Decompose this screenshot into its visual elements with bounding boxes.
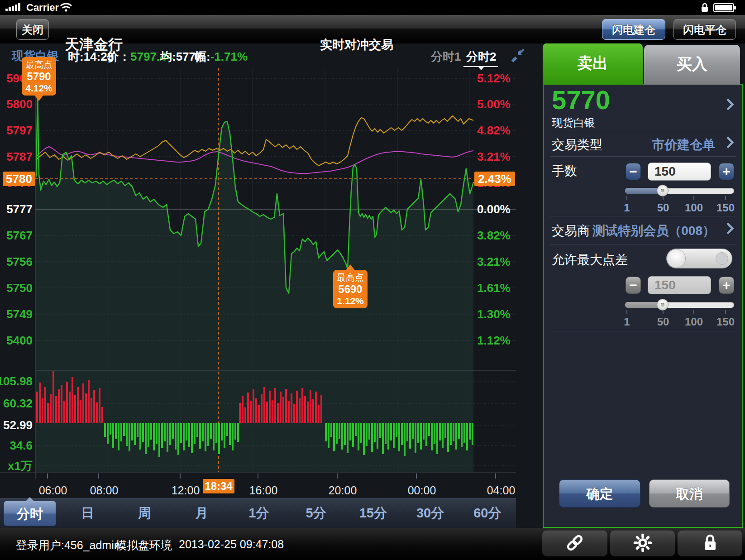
toggle-knob[interactable]: [667, 249, 686, 268]
period-tab-5分[interactable]: 5分: [287, 504, 344, 522]
battery-icon: [713, 3, 737, 14]
period-tab-日[interactable]: 日: [59, 504, 116, 522]
trade-type-value[interactable]: 市价建仓单: [652, 136, 715, 153]
current-time-badge: 18:34: [203, 479, 234, 493]
period-tab-15分[interactable]: 15分: [344, 504, 401, 522]
svg-text:08:00: 08:00: [90, 484, 119, 497]
spread-plus-button[interactable]: +: [719, 277, 734, 294]
trade-panel: 5770 现货白银 交易类型 市价建仓单 手数 − + 150100150 交易…: [543, 43, 743, 528]
svg-text:5787: 5787: [6, 150, 33, 163]
lots-plus-button[interactable]: +: [719, 163, 734, 180]
spread-slider-ticks: 150100150: [625, 310, 734, 328]
collapse-arrows-icon[interactable]: [511, 48, 525, 64]
broker-value[interactable]: 测试特别会员（008）: [592, 222, 715, 239]
svg-text:5.00%: 5.00%: [477, 97, 511, 111]
low-point-callout: 最高点 5690 1.12%: [333, 270, 368, 308]
chevron-right-icon[interactable]: [722, 136, 734, 148]
app-title: 天津金行: [65, 35, 123, 55]
callout-value: 5690: [335, 283, 366, 296]
period-tab-周[interactable]: 周: [116, 504, 173, 522]
period-tab-月[interactable]: 月: [173, 504, 230, 522]
logged-in-user: 登录用户:456_admin: [16, 538, 120, 553]
svg-text:06:00: 06:00: [39, 484, 67, 497]
spread-slider[interactable]: [625, 302, 734, 308]
quote-range-value: -1.71%: [210, 50, 248, 63]
flash-open-position-button[interactable]: 闪电建仓: [602, 19, 665, 40]
trading-app: { "status_bar": {"carrier": "Carrier"}, …: [0, 0, 745, 560]
svg-text:12:00: 12:00: [172, 484, 200, 497]
slider-tick: [693, 196, 694, 200]
callout-label: 最高点: [24, 60, 54, 70]
broker-label: 交易商: [552, 222, 590, 239]
lots-input[interactable]: [648, 163, 711, 181]
spread-minus-button[interactable]: −: [626, 277, 641, 294]
cancel-button[interactable]: 取消: [649, 479, 730, 507]
link-button[interactable]: [542, 531, 607, 556]
svg-text:52.99: 52.99: [3, 418, 33, 432]
trade-type-label: 交易类型: [552, 136, 602, 153]
period-tab-分时[interactable]: 分时: [4, 501, 56, 526]
tab-buy[interactable]: 买入: [644, 45, 740, 85]
svg-text:20:00: 20:00: [329, 484, 357, 497]
slider-tick: [663, 310, 664, 314]
svg-text:5749: 5749: [6, 307, 33, 321]
svg-text:04:00: 04:00: [487, 484, 516, 497]
lock-button[interactable]: [678, 531, 742, 556]
confirm-button[interactable]: 确定: [559, 479, 640, 507]
slider-tick-label: 1: [624, 201, 630, 214]
spread-input[interactable]: [648, 276, 711, 294]
slider-tick: [626, 310, 627, 314]
period-tab-1分[interactable]: 1分: [230, 504, 287, 522]
tab-minute-chart-2[interactable]: 分时2: [466, 49, 496, 65]
svg-text:0.00%: 0.00%: [477, 202, 511, 216]
flash-close-position-button[interactable]: 闪电平仓: [673, 19, 736, 40]
lock-icon: [701, 533, 719, 555]
svg-text:34.6: 34.6: [10, 439, 33, 452]
carrier-label: Carrier: [26, 2, 59, 14]
tab-sell[interactable]: 卖出: [543, 43, 643, 85]
close-button[interactable]: 关闭: [16, 19, 49, 40]
slider-knob[interactable]: [657, 299, 669, 311]
wifi-icon: [60, 2, 72, 14]
quote-range-label: 幅:: [195, 50, 210, 63]
max-spread-toggle[interactable]: [666, 249, 732, 268]
toggle-dot: [716, 252, 728, 265]
period-tab-60分[interactable]: 60分: [459, 504, 516, 522]
environment-label: 模拟盘环境: [115, 538, 172, 553]
signal-bars-icon: [5, 4, 24, 12]
svg-text:5800: 5800: [6, 97, 33, 111]
slider-tick: [693, 310, 694, 314]
lots-slider[interactable]: [625, 188, 734, 194]
svg-text:105.98: 105.98: [0, 374, 33, 388]
callout-value: 5790: [24, 70, 54, 83]
divider: [550, 216, 736, 216]
slider-tick-label: 100: [685, 316, 703, 328]
svg-text:x1万: x1万: [8, 459, 33, 473]
lots-minus-button[interactable]: −: [626, 163, 641, 180]
tab-minute-chart-1[interactable]: 分时1: [431, 49, 461, 65]
chevron-right-icon[interactable]: [722, 222, 734, 235]
svg-text:5750: 5750: [6, 281, 33, 295]
period-tab-30分[interactable]: 30分: [402, 504, 459, 522]
slider-knob[interactable]: [657, 185, 669, 196]
svg-text:4.82%: 4.82%: [477, 124, 511, 137]
settings-button[interactable]: [610, 531, 675, 556]
slider-tick-label: 150: [716, 201, 735, 214]
current-percent-badge: 2.43%: [474, 172, 515, 186]
slider-tick-label: 1: [624, 316, 630, 328]
svg-text:5756: 5756: [6, 255, 33, 268]
svg-text:5767: 5767: [6, 229, 33, 242]
nav-bar: 关闭 天津金行 实时对冲交易 闪电建仓 闪电平仓: [0, 15, 745, 43]
svg-text:5400: 5400: [6, 334, 33, 347]
chevron-right-icon[interactable]: [722, 98, 734, 110]
svg-text:1.61%: 1.61%: [477, 281, 511, 295]
callout-label: 最高点: [335, 273, 366, 283]
svg-text:5797: 5797: [6, 124, 33, 137]
svg-text:3.21%: 3.21%: [477, 255, 511, 268]
slider-tick: [725, 196, 726, 200]
link-icon: [565, 533, 585, 555]
current-price-badge: 5780: [3, 172, 35, 186]
svg-text:3.21%: 3.21%: [477, 150, 511, 163]
period-tab-bar: 分时日周月1分5分15分30分60分: [0, 498, 516, 528]
status-bar: Carrier: [0, 0, 745, 15]
